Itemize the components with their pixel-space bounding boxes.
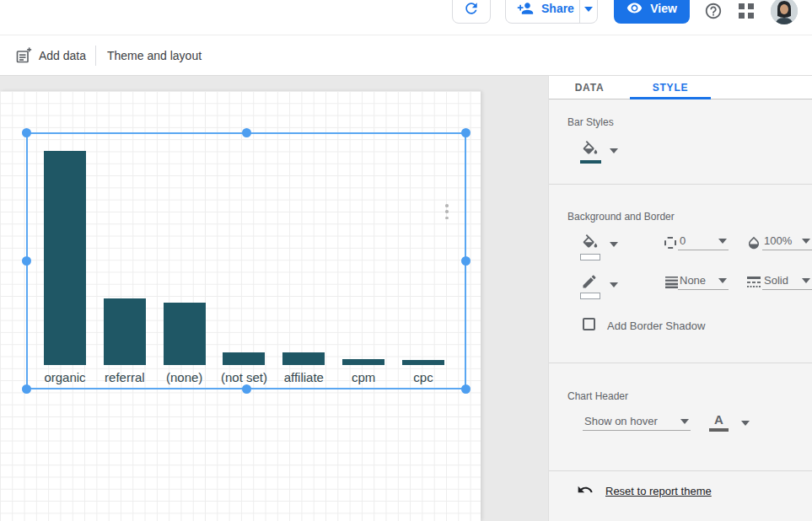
view-button[interactable]: View [614,0,690,24]
chart-selection-frame[interactable] [26,132,466,389]
divider [549,184,812,185]
bar-color-dropdown-caret-icon[interactable] [610,148,618,153]
panel-tabbar: DATA STYLE [549,76,812,99]
eye-icon [626,0,643,16]
border-weight-caret-icon [718,278,727,283]
user-avatar[interactable] [771,0,798,24]
border-style-icon [747,277,761,288]
share-button[interactable]: Share [505,0,598,24]
report-canvas[interactable]: organicreferral(none)(not set)affiliatec… [0,91,481,521]
font-color-glyph: A [714,412,723,427]
corner-radius-select[interactable]: 0 [678,232,729,250]
chart-header-font-color-caret-icon[interactable] [741,421,750,426]
divider [549,363,812,363]
opacity-caret-icon [802,239,810,244]
opacity-value: 100% [764,234,792,247]
refresh-button[interactable] [452,0,491,24]
background-fill-color-icon[interactable] [581,234,600,253]
person-add-icon [517,0,534,17]
refresh-icon [463,0,480,17]
share-split-divider [579,0,580,23]
border-color-dropdown-caret-icon[interactable] [610,282,618,287]
add-data-button[interactable]: Add data [15,35,86,76]
corner-radius-icon [664,237,676,249]
chart-header-font-color-button[interactable]: A [709,412,729,432]
help-icon[interactable] [704,2,723,20]
workspace: organicreferral(none)(not set)affiliatec… [0,76,812,521]
background-color-swatch[interactable] [580,254,600,260]
add-data-label: Add data [39,49,86,62]
corner-radius-value: 0 [680,234,686,247]
view-label: View [650,2,677,15]
resize-handle-n[interactable] [242,128,251,137]
border-weight-value: None [680,274,706,287]
app-header: Share View [0,0,812,35]
theme-layout-label: Theme and layout [107,49,202,62]
divider [549,470,812,471]
resize-handle-e[interactable] [461,256,471,266]
active-tab-indicator [630,97,711,99]
border-color-pencil-icon[interactable] [581,273,598,290]
toolbar-divider [95,46,96,66]
add-data-icon [15,47,32,64]
tab-data[interactable]: DATA [549,76,630,99]
undo-icon[interactable] [577,481,594,498]
apps-grid-icon[interactable] [739,3,754,19]
resize-handle-sw[interactable] [22,384,31,394]
border-style-select[interactable]: Solid [762,271,812,290]
properties-panel: DATA STYLE Bar Styles Background and Bor… [548,76,812,521]
corner-radius-caret-icon [718,239,727,244]
resize-handle-nw[interactable] [22,128,31,137]
border-style-value: Solid [764,274,788,287]
bar-styles-title: Bar Styles [567,116,614,128]
share-label: Share [541,2,574,15]
opacity-select[interactable]: 100% [762,232,812,250]
chart-header-visibility-select[interactable]: Show on hover [583,412,691,431]
background-color-dropdown-caret-icon[interactable] [610,242,618,247]
chart-header-visibility-caret-icon [680,419,689,424]
background-border-title: Background and Border [567,211,675,223]
reset-to-theme-link[interactable]: Reset to report theme [605,485,712,497]
share-dropdown-caret-icon[interactable] [584,7,593,12]
chart-header-title: Chart Header [567,390,628,402]
avatar-image [771,0,798,24]
theme-layout-button[interactable]: Theme and layout [107,35,202,76]
bar-color-swatch[interactable] [580,160,601,164]
border-shadow-checkbox[interactable] [583,318,595,330]
resize-handle-se[interactable] [461,384,471,394]
font-color-swatch [709,428,729,432]
edit-toolbar: Add data Theme and layout [0,35,812,76]
resize-handle-s[interactable] [242,384,251,394]
opacity-icon [746,235,761,250]
bar-fill-color-icon[interactable] [581,141,600,159]
tab-style[interactable]: STYLE [630,76,711,99]
chart-header-visibility-value: Show on hover [584,415,658,427]
resize-handle-w[interactable] [22,256,31,266]
border-shadow-label: Add Border Shadow [607,320,705,332]
border-style-caret-icon [802,278,810,283]
border-color-swatch[interactable] [580,293,600,299]
border-weight-select[interactable]: None [678,271,729,290]
border-weight-icon [665,277,678,288]
resize-handle-ne[interactable] [461,128,471,137]
